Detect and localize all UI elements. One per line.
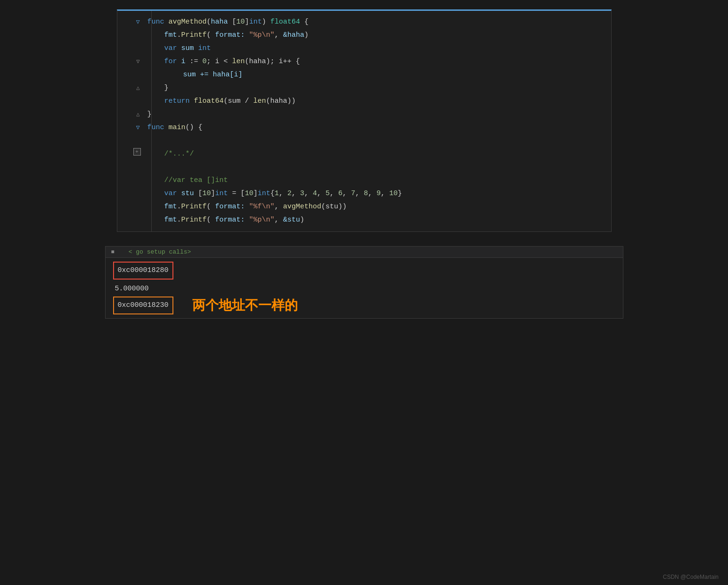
line-10-content	[146, 135, 611, 147]
line-6-content: }	[146, 82, 611, 94]
term-gutter: ■	[111, 249, 125, 255]
line-7-content: return float64(sum / len(haha))	[146, 95, 611, 107]
code-line-9: ▽ func main() {	[117, 121, 611, 134]
line-2-content: fmt.Printf( format: "%p\n", &haha)	[146, 29, 611, 41]
gutter-1: ▽	[117, 16, 146, 28]
address-red-value: 0xc000018280	[118, 266, 169, 274]
code-line-12	[117, 161, 611, 174]
line-15-content: fmt.Printf( format: "%f\n", avgMethod(st…	[146, 201, 611, 213]
code-line-2: fmt.Printf( format: "%p\n", &haha)	[117, 29, 611, 42]
terminal-block: ■ < go setup calls> 0xc000018280 5.00000…	[105, 246, 623, 319]
line-9-content: func main() {	[146, 122, 611, 134]
code-line-15: fmt.Printf( format: "%f\n", avgMethod(st…	[117, 200, 611, 214]
code-line-11: + /*...*/	[117, 148, 611, 161]
watermark: CSDN @CodeMartain	[663, 574, 719, 580]
line-12-content	[146, 161, 611, 173]
line-4-content: for i := 0; i < len(haha); i++ {	[146, 56, 611, 68]
code-line-13: //var tea []int	[117, 174, 611, 187]
line-1-content: func avgMethod(haha [10]int) float64 {	[146, 16, 611, 28]
gutter-9: ▽	[117, 122, 146, 134]
line-5-content: sum += haha[i]	[146, 69, 611, 81]
line-8-content: }	[146, 108, 611, 121]
float-value: 5.000000	[113, 282, 149, 296]
code-line-5: sum += haha[i]	[117, 68, 611, 82]
code-line-16: fmt.Printf( format: "%p\n", &stu)	[117, 214, 611, 227]
code-line-14: var stu [10]int = [10]int{1, 2, 3, 4, 5,…	[117, 187, 611, 200]
address-red-box: 0xc000018280	[113, 262, 173, 280]
code-line-1: ▽ func avgMethod(haha [10]int) float64 {	[117, 16, 611, 29]
terminal-header: ■ < go setup calls>	[106, 247, 623, 258]
fold-box-11[interactable]: +	[133, 148, 141, 156]
gutter-11: +	[117, 148, 146, 156]
line-3-content: var sum int	[146, 42, 611, 55]
page-wrapper: ▽ func avgMethod(haha [10]int) float64 {…	[0, 0, 728, 585]
code-line-3: var sum int	[117, 42, 611, 55]
gutter-4: ▽	[117, 56, 146, 68]
terminal-title: < go setup calls>	[129, 248, 191, 255]
line-11-content: /*...*/	[146, 148, 611, 160]
output-line-1: 0xc000018280	[113, 262, 615, 280]
gutter-6: △	[117, 82, 146, 94]
output-line-2: 5.000000	[113, 281, 615, 297]
gutter-8: △	[117, 108, 146, 121]
line-14-content: var stu [10]int = [10]int{1, 2, 3, 4, 5,…	[146, 188, 611, 200]
code-line-4: ▽ for i := 0; i < len(haha); i++ {	[117, 55, 611, 68]
code-editor: ▽ func avgMethod(haha [10]int) float64 {…	[117, 9, 612, 232]
line-13-content: //var tea []int	[146, 174, 611, 187]
terminal-content: 0xc000018280 5.000000 0xc000018230 两个地址不…	[106, 258, 623, 318]
output-line-3: 0xc000018230 两个地址不一样的	[113, 297, 615, 314]
code-line-8: △ }	[117, 108, 611, 121]
line-16-content: fmt.Printf( format: "%p\n", &stu)	[146, 214, 611, 226]
address-orange-value: 0xc000018230	[118, 301, 169, 309]
address-orange-box: 0xc000018230	[113, 297, 173, 314]
annotation-text: 两个地址不一样的	[192, 298, 298, 313]
code-line-10	[117, 134, 611, 148]
code-line-7: return float64(sum / len(haha))	[117, 95, 611, 108]
code-line-6: △ }	[117, 82, 611, 95]
